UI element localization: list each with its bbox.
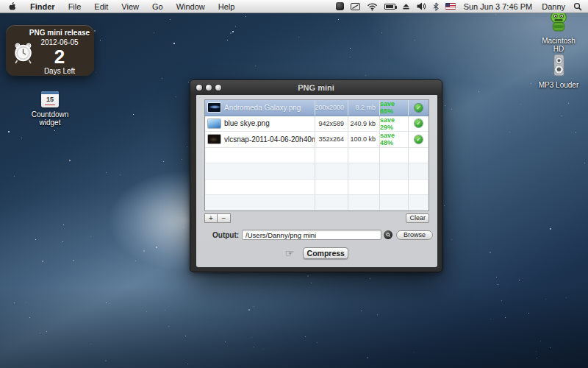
widget-days-label: Days Left xyxy=(28,67,91,75)
output-label: Output: xyxy=(212,231,239,239)
file-size: 8.2 mb xyxy=(355,104,376,111)
icon-label: Macintosh xyxy=(532,37,585,45)
user-menu[interactable]: Danny xyxy=(540,2,567,11)
menu-edit[interactable]: Edit xyxy=(87,0,115,13)
empty-table-row xyxy=(205,148,429,164)
output-path-input[interactable] xyxy=(242,230,381,240)
widget-days-value: 2 xyxy=(28,47,91,66)
save-percent: save 65% xyxy=(380,100,408,115)
save-percent: save 48% xyxy=(380,132,408,146)
display-menu-icon[interactable] xyxy=(351,1,360,12)
empty-table-row xyxy=(205,195,429,210)
menu-finder[interactable]: Finder xyxy=(24,0,62,13)
minimize-button[interactable] xyxy=(206,85,212,91)
file-dimensions: 942x589 xyxy=(318,120,344,127)
menu-help[interactable]: Help xyxy=(212,0,242,13)
remove-file-button[interactable]: − xyxy=(218,213,231,223)
table-row-andromeda[interactable]: Andromeda Galaxy.png 3200x2000 8.2 mb sa… xyxy=(205,100,429,116)
widget-title: PNG mini release xyxy=(28,29,91,37)
save-percent: save 29% xyxy=(380,116,408,131)
window-title: PNG mini xyxy=(298,83,334,92)
app-extra-icon[interactable] xyxy=(336,1,344,12)
compress-button[interactable]: Compress xyxy=(303,247,348,259)
icon-label: widget xyxy=(13,118,87,127)
desktop-icon-macintosh-hd[interactable]: Macintosh HD xyxy=(532,8,585,53)
empty-table-row xyxy=(205,180,429,196)
table-row-vlcsnap[interactable]: vlcsnap-2011-04-06-20h40m36s165.png 352x… xyxy=(205,132,429,148)
icon-label: MP3 Louder xyxy=(532,81,585,89)
apple-menu[interactable] xyxy=(0,1,24,12)
file-list-table: Andromeda Galaxy.png 3200x2000 8.2 mb sa… xyxy=(204,99,429,211)
pointing-hand-icon: ☞ xyxy=(285,247,295,259)
close-button[interactable] xyxy=(196,85,202,91)
window-content: Andromeda Galaxy.png 3200x2000 8.2 mb sa… xyxy=(196,95,437,267)
browse-button[interactable]: Browse xyxy=(396,230,433,240)
check-icon[interactable]: ✓ xyxy=(415,104,423,112)
spotlight-search-icon[interactable] xyxy=(573,1,582,12)
desktop-icon-countdown-widget[interactable]: 15 Countdown widget xyxy=(13,91,87,127)
reveal-in-finder-button[interactable] xyxy=(384,230,392,239)
compress-row: ☞ Compress xyxy=(196,247,437,260)
desktop-icon-mp3-louder[interactable]: MP3 Louder xyxy=(532,54,585,89)
countdown-widget: PNG mini release 2012-06-05 2 Days Left xyxy=(6,25,94,76)
icon-label: Countdown xyxy=(13,110,87,118)
file-dimensions: 352x264 xyxy=(318,135,344,143)
icon-label: HD xyxy=(532,45,585,53)
eject-icon[interactable] xyxy=(402,1,410,12)
menu-window[interactable]: Window xyxy=(170,0,212,13)
us-flag-input-icon[interactable] xyxy=(445,1,456,12)
menubar: Finder File Edit View Go Window Help xyxy=(0,0,588,13)
file-dimensions: 3200x2000 xyxy=(315,104,344,111)
file-name: vlcsnap-2011-04-06-20h40m36s165.png xyxy=(224,135,315,144)
menubar-clock[interactable]: Sun Jun 3 7:46 PM xyxy=(462,2,534,11)
file-name: blue skye.png xyxy=(224,119,270,127)
menu-view[interactable]: View xyxy=(115,0,146,13)
zoom-button[interactable] xyxy=(215,85,221,91)
dark-thumbnail xyxy=(208,135,220,144)
clear-button[interactable]: Clear xyxy=(406,213,429,223)
galaxy-thumbnail xyxy=(208,103,220,112)
add-file-button[interactable]: + xyxy=(204,213,218,223)
png-mini-window: PNG mini Andromeda Galaxy.png 3200x2000 … xyxy=(190,79,442,272)
apple-logo-icon xyxy=(7,1,17,12)
menu-go[interactable]: Go xyxy=(146,0,170,13)
file-name: Andromeda Galaxy.png xyxy=(224,104,301,112)
volume-icon[interactable] xyxy=(417,1,426,12)
battery-icon[interactable] xyxy=(384,1,395,12)
empty-table-row xyxy=(205,163,429,180)
sky-thumbnail xyxy=(208,119,220,128)
wifi-icon[interactable] xyxy=(367,1,378,12)
add-remove-buttons: + − xyxy=(204,213,231,223)
menu-file[interactable]: File xyxy=(62,0,88,13)
bluetooth-icon[interactable] xyxy=(433,1,439,12)
window-titlebar[interactable]: PNG mini xyxy=(190,80,442,95)
file-size: 240.9 kb xyxy=(350,120,376,127)
table-row-blue-skye[interactable]: blue skye.png 942x589 240.9 kb save 29% … xyxy=(205,116,429,132)
calendar-icon: 15 xyxy=(41,91,59,107)
file-size: 100.0 kb xyxy=(350,135,376,143)
check-icon[interactable]: ✓ xyxy=(415,135,423,144)
check-icon[interactable]: ✓ xyxy=(415,119,423,127)
output-row: Output: Browse xyxy=(196,229,437,241)
speaker-icon xyxy=(551,54,567,77)
